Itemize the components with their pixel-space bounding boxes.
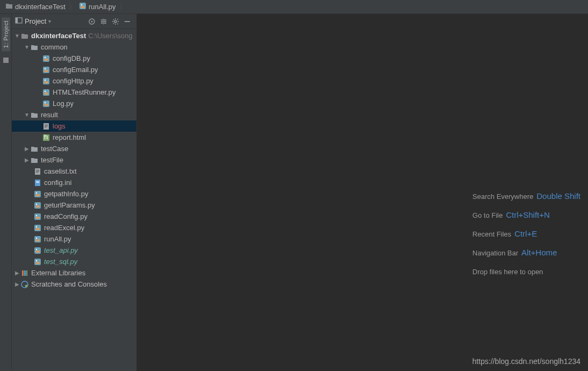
python-icon xyxy=(33,258,42,266)
tree-file[interactable]: configDB.py xyxy=(12,53,136,64)
tree-root-path: C:\Users\song xyxy=(88,32,132,40)
tree-label: runAll.py xyxy=(44,235,71,243)
hint-label: Recent Files xyxy=(473,230,511,238)
tree-file[interactable]: configHttp.py xyxy=(12,75,136,87)
locate-icon[interactable] xyxy=(88,18,96,25)
folder-icon xyxy=(30,156,39,165)
python-icon xyxy=(42,88,50,97)
ini-icon xyxy=(33,179,42,187)
tree-file[interactable]: runAll.py xyxy=(12,233,136,245)
hint-row: Search EverywhereDouble Shift xyxy=(473,191,580,201)
editor-empty-area[interactable]: Search EverywhereDouble Shift Go to File… xyxy=(137,14,588,371)
tree-label: HTMLTestRunner.py xyxy=(53,88,116,96)
chevron-right-icon[interactable]: ▶ xyxy=(24,157,30,163)
project-tree[interactable]: ▼ dkxinterfaceTest C:\Users\song ▼ commo… xyxy=(12,29,136,371)
chevron-down-icon[interactable]: ▾ xyxy=(48,18,51,24)
collapse-all-icon[interactable] xyxy=(100,18,107,25)
tree-file[interactable]: caselist.txt xyxy=(12,166,136,177)
project-tool-tab[interactable]: 1: Project xyxy=(2,17,10,51)
tree-label: readExcel.py xyxy=(44,224,84,232)
watermark: https://blog.csdn.net/songlh1234 xyxy=(472,357,580,366)
breadcrumb-file[interactable]: runAll.py xyxy=(77,2,118,11)
tree-file[interactable]: config.ini xyxy=(12,177,136,188)
tree-scratches[interactable]: ▶ Scratches and Consoles xyxy=(12,279,136,290)
chevron-right-icon: 〉 xyxy=(118,2,127,12)
folder-icon xyxy=(30,111,39,119)
tree-file[interactable]: Log.py xyxy=(12,98,136,109)
tree-file[interactable]: readExcel.py xyxy=(12,222,136,233)
tree-folder-testfile[interactable]: ▶ testFile xyxy=(12,154,136,166)
tree-folder-common[interactable]: ▼ common xyxy=(12,41,136,53)
python-icon xyxy=(42,66,50,74)
tree-label: logs xyxy=(53,122,66,130)
library-icon xyxy=(20,269,29,277)
tree-label: configHttp.py xyxy=(53,77,93,85)
html-icon xyxy=(42,133,50,142)
chevron-down-icon[interactable]: ▼ xyxy=(14,33,20,39)
hint-row: Drop files here to open xyxy=(473,267,543,276)
tree-label: readConfig.py xyxy=(44,212,88,220)
tree-label: config.ini xyxy=(44,179,71,187)
panel-title[interactable]: Project xyxy=(25,17,46,25)
tree-label: Scratches and Consoles xyxy=(31,280,107,288)
breadcrumb-root[interactable]: dkxinterfaceTest xyxy=(3,2,68,11)
chevron-right-icon[interactable]: ▶ xyxy=(24,146,30,152)
tree-file[interactable]: test_sql.py xyxy=(12,256,136,267)
python-icon xyxy=(42,99,50,108)
python-icon xyxy=(33,212,42,221)
gear-icon[interactable] xyxy=(112,18,119,25)
tree-file[interactable]: readConfig.py xyxy=(12,211,136,222)
tree-file-report[interactable]: report.html xyxy=(12,132,136,143)
tree-root-label: dkxinterfaceTest xyxy=(31,32,86,40)
tree-label: testFile xyxy=(41,156,63,164)
python-icon xyxy=(33,235,42,244)
tool-window-stripe: 1: Project xyxy=(0,14,12,371)
tree-label: test_sql.py xyxy=(44,258,77,266)
breadcrumb: dkxinterfaceTest 〉 runAll.py 〉 xyxy=(0,0,588,14)
tree-label: test_api.py xyxy=(44,246,78,254)
hint-label: Navigation Bar xyxy=(473,249,518,257)
tree-file[interactable]: geturlParams.py xyxy=(12,199,136,211)
tree-label: configEmail.py xyxy=(53,66,98,74)
project-sidebar: Project ▾ ▼ dkxinterfaceTest C:\Users\so… xyxy=(12,14,137,371)
python-icon xyxy=(79,2,86,11)
text-icon xyxy=(33,167,42,176)
chevron-right-icon[interactable]: ▶ xyxy=(14,270,20,276)
tree-file[interactable]: configEmail.py xyxy=(12,64,136,75)
hint-row: Recent FilesCtrl+E xyxy=(473,229,537,238)
panel-icon xyxy=(15,17,23,26)
tree-label: result xyxy=(41,111,58,119)
tree-folder-result[interactable]: ▼ result xyxy=(12,109,136,120)
folder-icon xyxy=(30,145,39,153)
hint-shortcut: Ctrl+Shift+N xyxy=(506,210,550,219)
hint-shortcut: Alt+Home xyxy=(521,248,557,257)
tree-label: common xyxy=(41,43,68,51)
scratch-icon xyxy=(20,280,29,289)
chevron-right-icon[interactable]: ▶ xyxy=(14,281,20,287)
hint-row: Navigation BarAlt+Home xyxy=(473,248,557,257)
chevron-right-icon: 〉 xyxy=(68,2,77,12)
hint-label: Search Everywhere xyxy=(473,192,533,201)
hide-icon[interactable] xyxy=(124,18,131,25)
tree-label: getpathInfo.py xyxy=(44,190,88,198)
tree-file[interactable]: getpathInfo.py xyxy=(12,188,136,199)
tree-label: External Libraries xyxy=(31,269,85,277)
tree-external-libraries[interactable]: ▶ External Libraries xyxy=(12,267,136,279)
breadcrumb-root-label: dkxinterfaceTest xyxy=(15,3,66,11)
tree-file-logs[interactable]: logs xyxy=(12,120,136,132)
tree-label: report.html xyxy=(53,133,86,141)
chevron-down-icon[interactable]: ▼ xyxy=(24,44,30,50)
hint-row: Go to FileCtrl+Shift+N xyxy=(473,210,550,219)
hint-label: Go to File xyxy=(473,211,503,219)
tree-folder-testcase[interactable]: ▶ testCase xyxy=(12,143,136,154)
folder-icon xyxy=(5,2,13,11)
editor-hints: Search EverywhereDouble Shift Go to File… xyxy=(473,191,580,276)
tree-root[interactable]: ▼ dkxinterfaceTest C:\Users\song xyxy=(12,30,136,41)
python-icon xyxy=(33,201,42,210)
tree-file[interactable]: HTMLTestRunner.py xyxy=(12,87,136,98)
chevron-down-icon[interactable]: ▼ xyxy=(24,112,30,118)
tree-file[interactable]: test_api.py xyxy=(12,245,136,256)
structure-icon[interactable] xyxy=(2,56,10,66)
python-icon xyxy=(33,224,42,232)
tree-label: caselist.txt xyxy=(44,167,77,175)
